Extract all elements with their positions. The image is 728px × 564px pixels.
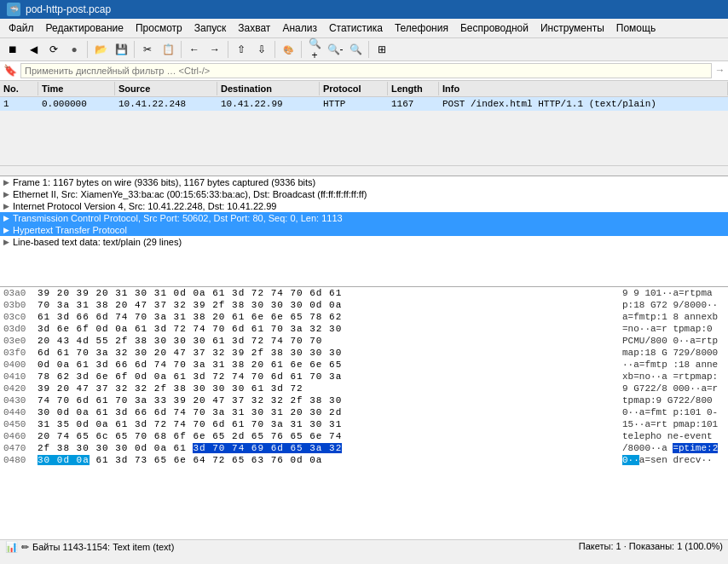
hex-row[interactable]: 03c061 3d 66 6d 74 70 3a 31 38 20 61 6e … bbox=[0, 311, 728, 323]
http-text: Hypertext Transfer Protocol bbox=[13, 225, 127, 235]
hex-offset: 03f0 bbox=[3, 348, 38, 358]
hex-row[interactable]: 041078 62 3d 6e 6f 0d 0a 61 3d 72 74 70 … bbox=[0, 371, 728, 383]
cell-time: 0.000000 bbox=[38, 98, 115, 110]
filter-apply-icon[interactable]: → bbox=[715, 65, 725, 77]
col-info: Info bbox=[439, 82, 728, 95]
frame-arrow-icon: ▶ bbox=[3, 178, 9, 187]
app-icon: 🦈 bbox=[7, 3, 20, 16]
menu-wireless[interactable]: Беспроводной bbox=[455, 20, 534, 36]
tcp-arrow-icon: ▶ bbox=[3, 214, 9, 222]
colorize-button[interactable]: 🎨 bbox=[279, 40, 298, 59]
hex-ascii: map:18 G 729/8000 bbox=[622, 348, 725, 358]
cell-dest: 10.41.22.99 bbox=[217, 98, 320, 110]
dot-button[interactable]: ● bbox=[65, 40, 84, 59]
hex-row[interactable]: 048030 0d 0a 61 3d 73 65 6e 64 72 65 63 … bbox=[0, 454, 728, 466]
layout-button[interactable]: ⊞ bbox=[373, 40, 391, 59]
hex-offset: 03b0 bbox=[3, 300, 38, 310]
status-left: Байты 1143-1154: Text item (text) bbox=[32, 542, 174, 552]
hex-offset: 0400 bbox=[3, 360, 38, 370]
jump-down-button[interactable]: ⇩ bbox=[252, 40, 271, 59]
hex-ascii: 9 G722/8 000··a=r bbox=[622, 383, 725, 394]
status-icon: 📊 bbox=[5, 541, 18, 553]
hex-row[interactable]: 043074 70 6d 61 70 3a 33 39 20 47 37 32 … bbox=[0, 394, 728, 406]
hex-offset: 0420 bbox=[3, 383, 38, 394]
sep2 bbox=[134, 41, 135, 58]
hex-ascii: =no··a=r tpmap:0 bbox=[622, 324, 725, 334]
hex-ascii: 0··a=fmt p:101 0- bbox=[622, 407, 725, 417]
sep1 bbox=[87, 41, 88, 58]
packet-scroll[interactable]: 1 0.000000 10.41.22.248 10.41.22.99 HTTP… bbox=[0, 97, 728, 165]
hex-row[interactable]: 045031 35 0d 0a 61 3d 72 74 70 6d 61 70 … bbox=[0, 418, 728, 430]
hex-bytes: 70 3a 31 38 20 47 37 32 39 2f 38 30 30 3… bbox=[38, 300, 615, 310]
forward-button[interactable]: → bbox=[205, 40, 224, 59]
hex-offset: 0470 bbox=[3, 443, 38, 453]
cell-info: POST /index.html HTTP/1.1 (text/plain) bbox=[439, 98, 728, 110]
detail-tcp[interactable]: ▶ Transmission Control Protocol, Src Por… bbox=[0, 212, 728, 224]
hex-row[interactable]: 04000d 0a 61 3d 66 6d 74 70 3a 31 38 20 … bbox=[0, 359, 728, 371]
hex-bytes: 61 3d 66 6d 74 70 3a 31 38 20 61 6e 6e 6… bbox=[38, 312, 615, 322]
menu-edit[interactable]: Редактирование bbox=[41, 20, 129, 36]
hex-offset: 0440 bbox=[3, 407, 38, 417]
refresh-button[interactable]: ⟳ bbox=[44, 40, 63, 59]
copy-button[interactable]: 📋 bbox=[159, 40, 177, 59]
filter-bookmark-icon[interactable]: 🔖 bbox=[3, 64, 17, 78]
hex-row[interactable]: 03b070 3a 31 38 20 47 37 32 39 2f 38 30 … bbox=[0, 299, 728, 311]
hex-bytes: 0d 0a 61 3d 66 6d 74 70 3a 31 38 20 61 6… bbox=[38, 360, 615, 370]
zoom-in-button[interactable]: 🔍+ bbox=[305, 40, 324, 59]
col-no: No. bbox=[0, 82, 38, 95]
packet-list-header: No. Time Source Destination Protocol Len… bbox=[0, 81, 728, 97]
filter-input[interactable] bbox=[20, 63, 712, 78]
hex-ascii: telepho ne-event bbox=[622, 431, 725, 441]
menu-telephony[interactable]: Телефония bbox=[390, 20, 454, 36]
stop-button[interactable]: ⏹ bbox=[3, 40, 22, 59]
detail-frame[interactable]: ▶ Frame 1: 1167 bytes on wire (9336 bits… bbox=[0, 176, 728, 188]
hex-row[interactable]: 042039 20 47 37 32 32 2f 38 30 30 30 61 … bbox=[0, 383, 728, 394]
ethernet-text: Ethernet II, Src: XiamenYe_33:ba:ac (00:… bbox=[13, 189, 367, 199]
hex-row[interactable]: 044030 0d 0a 61 3d 66 6d 74 70 3a 31 30 … bbox=[0, 406, 728, 418]
menu-statistics[interactable]: Статистика bbox=[324, 20, 388, 36]
hex-row[interactable]: 03f06d 61 70 3a 32 30 20 47 37 32 39 2f … bbox=[0, 347, 728, 359]
zoom-out-button[interactable]: 🔍- bbox=[326, 40, 344, 59]
open-button[interactable]: 📂 bbox=[91, 40, 110, 59]
col-len: Length bbox=[388, 82, 439, 95]
sep3 bbox=[181, 41, 182, 58]
ip-arrow-icon: ▶ bbox=[3, 202, 9, 210]
menu-tools[interactable]: Инструменты bbox=[535, 20, 610, 36]
title-bar: 🦈 pod-http-post.pcap bbox=[0, 0, 728, 19]
menu-view[interactable]: Просмотр bbox=[130, 20, 188, 36]
detail-ip[interactable]: ▶ Internet Protocol Version 4, Src: 10.4… bbox=[0, 200, 728, 212]
hex-row[interactable]: 04702f 38 30 30 30 0d 0a 61 3d 70 74 69 … bbox=[0, 442, 728, 454]
hex-ascii: a=fmtp:1 8 annexb bbox=[622, 312, 725, 322]
hex-ascii: xb=no··a =rtpmap: bbox=[622, 371, 725, 382]
hex-dump[interactable]: 03a039 20 39 20 31 30 31 0d 0a 61 3d 72 … bbox=[0, 287, 728, 539]
table-row[interactable]: 1 0.000000 10.41.22.248 10.41.22.99 HTTP… bbox=[0, 97, 728, 111]
back-button[interactable]: ← bbox=[185, 40, 204, 59]
cut-button[interactable]: ✂ bbox=[138, 40, 157, 59]
hex-offset: 03a0 bbox=[3, 288, 38, 298]
zoom-reset-button[interactable]: 🔍 bbox=[346, 40, 365, 59]
hex-row[interactable]: 03e020 43 4d 55 2f 38 30 30 30 61 3d 72 … bbox=[0, 335, 728, 347]
hex-row[interactable]: 03a039 20 39 20 31 30 31 0d 0a 61 3d 72 … bbox=[0, 287, 728, 299]
menu-file[interactable]: Файл bbox=[3, 20, 39, 36]
hex-row[interactable]: 046020 74 65 6c 65 70 68 6f 6e 65 2d 65 … bbox=[0, 430, 728, 442]
jump-up-button[interactable]: ⇧ bbox=[232, 40, 251, 59]
restart-button[interactable]: ◀ bbox=[24, 40, 43, 59]
pkt-hscroll[interactable] bbox=[0, 165, 728, 176]
packet-list: No. Time Source Destination Protocol Len… bbox=[0, 81, 728, 176]
menu-analyze[interactable]: Анализ bbox=[277, 20, 322, 36]
detail-http[interactable]: ▶ Hypertext Transfer Protocol bbox=[0, 224, 728, 236]
menu-go[interactable]: Запуск bbox=[189, 20, 232, 36]
hex-bytes: 20 74 65 6c 65 70 68 6f 6e 65 2d 65 76 6… bbox=[38, 431, 615, 441]
col-time: Time bbox=[38, 82, 115, 95]
detail-ethernet[interactable]: ▶ Ethernet II, Src: XiamenYe_33:ba:ac (0… bbox=[0, 188, 728, 200]
hex-bytes: 30 0d 0a 61 3d 66 6d 74 70 3a 31 30 31 2… bbox=[38, 407, 615, 417]
save-button[interactable]: 💾 bbox=[112, 40, 130, 59]
menu-capture[interactable]: Захват bbox=[233, 20, 275, 36]
detail-line[interactable]: ▶ Line-based text data: text/plain (29 l… bbox=[0, 236, 728, 248]
hex-offset: 03d0 bbox=[3, 324, 38, 334]
frame-text: Frame 1: 1167 bytes on wire (9336 bits),… bbox=[13, 177, 315, 187]
menu-help[interactable]: Помощь bbox=[611, 20, 661, 36]
hex-row[interactable]: 03d03d 6e 6f 0d 0a 61 3d 72 74 70 6d 61 … bbox=[0, 323, 728, 335]
sep7 bbox=[368, 41, 369, 58]
hex-ascii: p:18 G72 9/8000·· bbox=[622, 300, 725, 310]
